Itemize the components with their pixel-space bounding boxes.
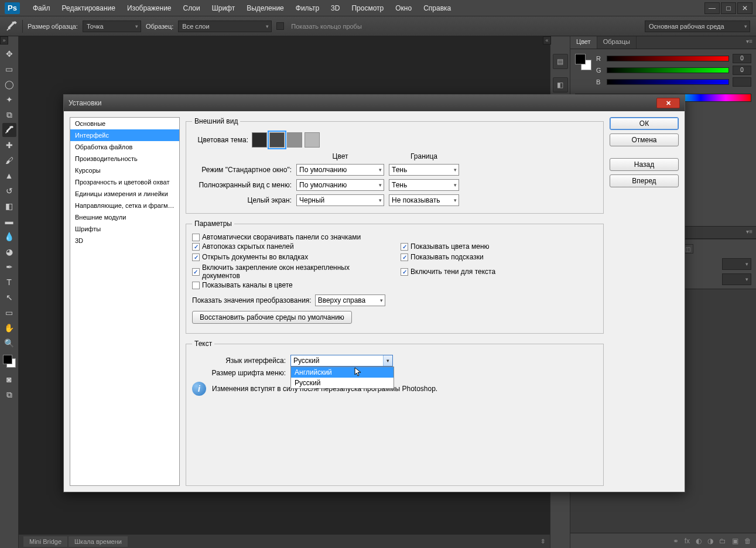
pen-tool[interactable]: ✒ [2,260,16,274]
fullmenu-color-select[interactable]: По умолчанию [296,179,384,191]
menu-filter[interactable]: Фильтр [290,4,325,12]
cancel-button[interactable]: Отмена [610,133,679,146]
theme-swatch-2[interactable] [269,132,285,148]
history-panel-icon[interactable]: ▤ [553,54,568,69]
r-value[interactable]: 0 [733,54,751,63]
menu-type[interactable]: Шрифт [206,4,241,12]
close-button[interactable]: ✕ [737,2,752,14]
menu-layers[interactable]: Слои [177,4,206,12]
sample-select[interactable]: Все слои [178,20,272,32]
pref-cat-filehandling[interactable]: Обработка файлов [70,141,179,153]
adjustment-icon[interactable]: ◑ [707,537,713,545]
eyedropper-tool[interactable] [2,123,16,137]
show-ring-checkbox[interactable] [276,22,284,30]
dialog-close-button[interactable]: ✕ [656,98,680,108]
fullmenu-border-select[interactable]: Тень [389,179,459,191]
fullscreen-border-select[interactable]: Не показывать [389,194,459,206]
opacity-select[interactable] [722,258,751,270]
pref-cat-3d[interactable]: 3D [70,235,179,246]
fg-color[interactable] [3,355,12,364]
fill-select[interactable] [722,273,751,285]
pref-cat-interface[interactable]: Интерфейс [70,129,179,141]
dodge-tool[interactable]: ◕ [2,245,16,259]
folder-icon[interactable]: 🗀 [719,537,726,545]
theme-swatch-3[interactable] [287,132,302,148]
properties-panel-icon[interactable]: ◧ [553,77,568,93]
lang-option-english[interactable]: Английский [291,367,394,378]
reset-workspaces-button[interactable]: Восстановить рабочие среды по умолчанию [192,311,352,324]
link-layers-icon[interactable]: ⚭ [673,537,679,545]
gradient-tool[interactable]: ▬ [2,214,16,228]
lang-option-russian[interactable]: Русский [291,378,394,388]
history-brush-tool[interactable]: ↺ [2,184,16,198]
timeline-tab[interactable]: Шкала времени [69,536,128,547]
pref-cat-performance[interactable]: Производительность [70,153,179,165]
color-swatches[interactable] [3,355,16,368]
menu-3d[interactable]: 3D [325,4,345,12]
move-tool[interactable]: ✥ [2,47,16,61]
app-logo[interactable]: Ps [5,2,20,14]
lasso-tool[interactable]: ◯ [2,77,16,91]
transform-select[interactable]: Вверху справа [315,294,385,306]
pref-cat-general[interactable]: Основные [70,118,179,129]
type-tool[interactable]: T [2,275,16,289]
mask-icon[interactable]: ◐ [696,537,702,545]
fx-icon[interactable]: fx [685,537,690,545]
maximize-button[interactable]: □ [721,2,736,14]
blur-tool[interactable]: 💧 [2,230,16,244]
menu-image[interactable]: Изображение [121,4,177,12]
sample-size-select[interactable]: Точка [83,20,141,32]
expand-toolbar-toggle[interactable]: » [0,36,8,44]
chk-channels-color[interactable] [192,282,200,289]
menu-view[interactable]: Просмотр [345,4,389,12]
pref-cat-transparency[interactable]: Прозрачность и цветовой охват [70,176,179,188]
menu-select[interactable]: Выделение [241,4,290,12]
pref-cat-plugins[interactable]: Внешние модули [70,211,179,223]
dialog-titlebar[interactable]: Установки ✕ [64,95,685,111]
wand-tool[interactable]: ✦ [2,93,16,107]
theme-swatch-1[interactable] [252,132,267,148]
chevron-down-icon[interactable]: ▾ [383,355,392,366]
pref-cat-cursors[interactable]: Курсоры [70,165,179,176]
chk-text-shadows[interactable]: ✓ [401,268,408,276]
r-slider[interactable] [607,56,729,61]
fullscreen-color-select[interactable]: Черный [296,194,384,206]
heal-tool[interactable]: ✚ [2,138,16,152]
ok-button[interactable]: ОК [610,117,679,130]
marquee-tool[interactable]: ▭ [2,62,16,76]
minimize-button[interactable]: — [704,2,720,14]
pref-cat-units[interactable]: Единицы измерения и линейки [70,188,179,200]
standard-color-select[interactable]: По умолчанию [296,164,384,176]
hand-tool[interactable]: ✋ [2,321,16,335]
pref-cat-type[interactable]: Шрифты [70,223,179,235]
prev-button[interactable]: Назад [610,158,679,171]
chk-tooltips[interactable]: ✓ [401,254,408,261]
chk-auto-show[interactable]: ✓ [192,243,200,251]
b-value[interactable] [733,77,751,87]
bottom-toggle-icon[interactable]: ⇳ [541,538,545,544]
stamp-tool[interactable]: ▲ [2,169,16,183]
eraser-tool[interactable]: ◧ [2,199,16,213]
expand-panels-toggle[interactable]: « [543,36,551,44]
zoom-tool[interactable]: 🔍 [2,336,16,350]
swatches-tab[interactable]: Образцы [597,36,637,49]
chk-menu-colors[interactable]: ✓ [401,243,408,251]
trash-icon[interactable]: 🗑 [744,537,751,545]
chk-open-tabs[interactable]: ✓ [192,254,200,261]
mini-color-swatch[interactable] [575,54,591,70]
layers-panel-menu-icon[interactable]: ▾≡ [743,227,756,238]
pref-cat-guides[interactable]: Направляющие, сетка и фрагменты [70,200,179,211]
standard-border-select[interactable]: Тень [389,164,459,176]
menu-help[interactable]: Справка [418,4,457,12]
quickmask-tool[interactable]: ◙ [2,372,16,386]
mini-bridge-tab[interactable]: Mini Bridge [23,536,67,547]
path-select-tool[interactable]: ↖ [2,290,16,304]
lang-select[interactable]: Русский ▾ Английский Русский [290,355,393,367]
theme-swatch-4[interactable] [305,132,320,148]
menu-file[interactable]: Файл [27,4,56,12]
chk-enable-dock[interactable]: ✓ [192,268,200,276]
menu-edit[interactable]: Редактирование [56,4,121,12]
workspace-select[interactable]: Основная рабочая среда [645,20,750,32]
b-slider[interactable] [607,79,729,85]
g-value[interactable]: 0 [733,66,751,75]
